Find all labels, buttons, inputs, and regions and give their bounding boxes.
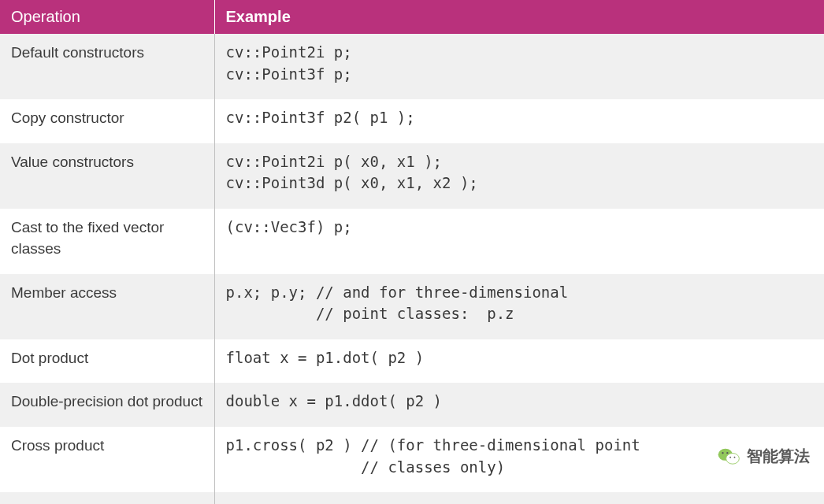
header-operation: Operation (0, 0, 214, 34)
example-cell: double x = p1.ddot( p2 ) (214, 383, 824, 427)
example-cell: (cv::Vec3f) p; (214, 209, 824, 274)
svg-point-3 (726, 452, 728, 454)
svg-point-5 (734, 457, 736, 458)
svg-point-1 (726, 454, 740, 465)
operation-cell: Member access (0, 274, 214, 339)
table-row: Default constructorscv::Point2i p; cv::P… (0, 34, 824, 99)
table-row: Double-precision dot productdouble x = p… (0, 383, 824, 427)
example-cell: p.x; p.y; // and for three-dimensional /… (214, 274, 824, 339)
header-example: Example (214, 0, 824, 34)
operation-cell: Value constructors (0, 143, 214, 209)
table-row: Cast to the fixed vector classes(cv::Vec… (0, 209, 824, 274)
table-row: Query if point p is inside rectangle rp.… (0, 492, 824, 504)
table-header-row: Operation Example (0, 0, 824, 34)
watermark-text: 智能算法 (747, 446, 810, 467)
operation-cell: Cross product (0, 427, 214, 492)
operation-cell: Cast to the fixed vector classes (0, 209, 214, 274)
svg-point-2 (722, 452, 723, 454)
watermark: 智能算法 (717, 444, 810, 468)
svg-point-4 (729, 457, 731, 458)
example-cell: cv::Point2i p( x0, x1 ); cv::Point3d p( … (214, 143, 824, 209)
table-row: Cross productp1.cross( p2 ) // (for thre… (0, 427, 824, 492)
operation-cell: Dot product (0, 339, 214, 384)
operation-cell: Double-precision dot product (0, 383, 214, 427)
table-row: Member accessp.x; p.y; // and for three-… (0, 274, 824, 339)
operation-cell: Query if point p is inside rectangle r (0, 492, 214, 504)
wechat-icon (717, 444, 740, 468)
example-cell: cv::Point3f p2( p1 ); (214, 99, 824, 143)
operation-cell: Default constructors (0, 34, 214, 99)
example-cell: cv::Point2i p; cv::Point3f p; (214, 34, 824, 99)
table-row: Value constructorscv::Point2i p( x0, x1 … (0, 143, 824, 209)
table-row: Dot productfloat x = p1.dot( p2 ) (0, 339, 824, 384)
example-cell: p.inside( r ) // (for two-dimensional po… (214, 492, 824, 504)
example-cell: float x = p1.dot( p2 ) (214, 339, 824, 384)
table-body: Default constructorscv::Point2i p; cv::P… (0, 34, 824, 504)
operation-cell: Copy constructor (0, 99, 214, 143)
operations-table: Operation Example Default constructorscv… (0, 0, 824, 504)
table-row: Copy constructorcv::Point3f p2( p1 ); (0, 99, 824, 143)
